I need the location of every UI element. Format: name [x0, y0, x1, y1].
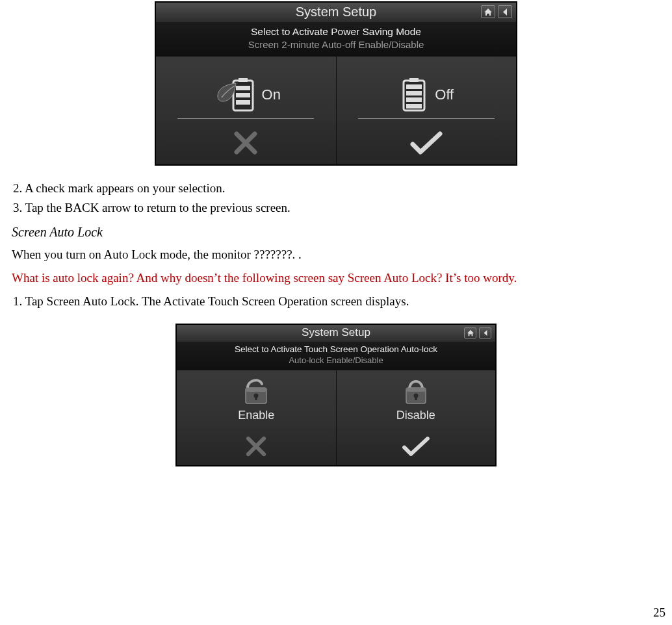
screen-title: System Setup	[296, 5, 377, 19]
back-icon	[482, 329, 489, 337]
banner-line-1: Select to Activate Touch Screen Operatio…	[182, 344, 490, 354]
options-row: Enable Disable	[177, 370, 495, 427]
option-off-label: Off	[435, 86, 454, 103]
confirm-button[interactable]	[336, 121, 517, 164]
option-on-label: On	[262, 86, 281, 103]
cancel-icon	[231, 129, 260, 157]
divider	[358, 118, 495, 119]
page-number: 25	[653, 606, 666, 620]
reviewer-comment: What is auto lock again? And why doesn’t…	[12, 270, 660, 287]
home-button[interactable]	[481, 5, 495, 18]
svg-rect-1	[239, 78, 248, 82]
subheading-screen-auto-lock: Screen Auto Lock	[12, 225, 660, 240]
confirm-button[interactable]	[336, 427, 496, 465]
auto-lock-paragraph: When you turn on Auto Lock mode, the mon…	[12, 246, 660, 263]
cancel-button[interactable]	[156, 121, 336, 164]
svg-rect-4	[236, 100, 250, 105]
svg-rect-14	[255, 396, 257, 400]
instruction-banner: Select to Activate Power Saving Mode Scr…	[156, 22, 516, 57]
svg-rect-6	[409, 78, 419, 82]
screen-title: System Setup	[302, 326, 370, 339]
step-3: 3. Tap the BACK arrow to return to the p…	[13, 199, 660, 216]
auto-lock-screenshot: System Setup Select to Activate Touch Sc…	[12, 324, 660, 466]
confirm-icon	[401, 434, 431, 459]
banner-line-1: Select to Activate Power Saving Mode	[161, 26, 511, 38]
eco-battery-icon	[211, 73, 257, 114]
back-icon	[501, 8, 509, 16]
unlock-icon	[240, 374, 272, 406]
back-button[interactable]	[498, 5, 512, 18]
action-row	[156, 121, 516, 164]
lock-icon	[400, 374, 432, 406]
svg-rect-18	[415, 396, 417, 400]
cancel-icon	[244, 434, 268, 459]
body-text: 2. A check mark appears on your selectio…	[12, 180, 660, 309]
banner-line-2: Auto-lock Enable/Disable	[182, 355, 490, 365]
option-disable[interactable]: Disable	[336, 370, 496, 427]
svg-rect-12	[246, 388, 266, 392]
step-1b: 1. Tap Screen Auto Lock. The Activate To…	[13, 293, 660, 310]
svg-rect-10	[406, 104, 422, 108]
option-enable[interactable]: Enable	[177, 370, 336, 427]
svg-rect-9	[406, 97, 422, 102]
confirm-icon	[409, 129, 444, 157]
options-row: On Off	[156, 57, 516, 121]
battery-full-icon	[398, 73, 430, 114]
cancel-button[interactable]	[177, 427, 336, 465]
home-button[interactable]	[464, 327, 476, 338]
device-frame: System Setup Select to Activate Touch Sc…	[175, 324, 497, 466]
svg-rect-16	[406, 388, 426, 392]
banner-line-2: Screen 2-minute Auto-off Enable/Disable	[161, 39, 511, 50]
instruction-banner: Select to Activate Touch Screen Operatio…	[177, 342, 495, 370]
back-button[interactable]	[479, 327, 491, 338]
svg-rect-3	[236, 93, 250, 97]
svg-rect-7	[406, 84, 422, 89]
titlebar: System Setup	[177, 325, 495, 342]
home-icon	[484, 8, 493, 16]
option-off[interactable]: Off	[336, 57, 517, 121]
power-saving-screenshot: System Setup Select to Activate Power Sa…	[12, 1, 660, 166]
svg-rect-2	[236, 86, 250, 90]
svg-rect-8	[406, 91, 422, 96]
device-frame: System Setup Select to Activate Power Sa…	[155, 1, 517, 166]
step-2: 2. A check mark appears on your selectio…	[13, 180, 660, 197]
action-row	[177, 427, 495, 465]
option-enable-label: Enable	[238, 409, 274, 422]
option-on[interactable]: On	[156, 57, 336, 121]
titlebar: System Setup	[156, 3, 516, 22]
option-disable-label: Disable	[396, 409, 435, 422]
divider	[177, 118, 314, 119]
home-icon	[467, 329, 474, 337]
